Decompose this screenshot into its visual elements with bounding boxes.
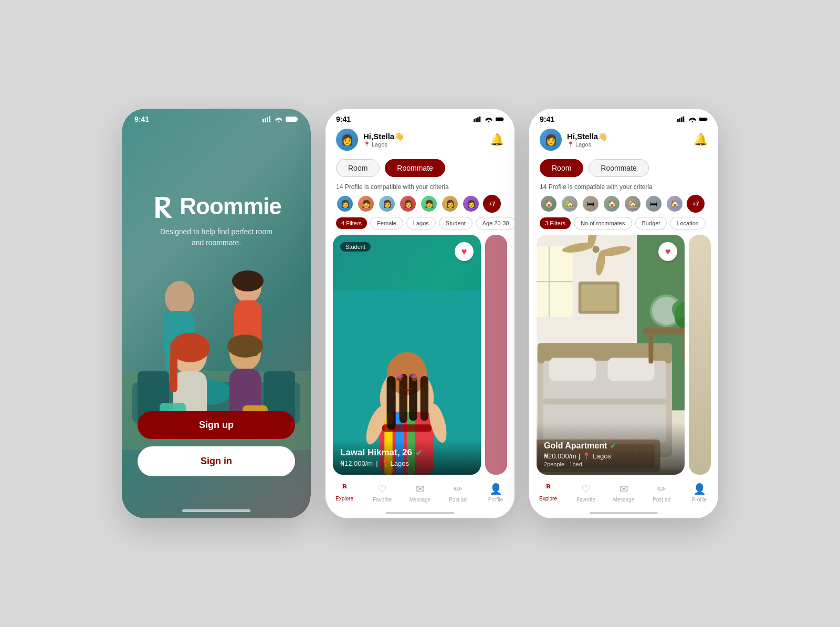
filter-female[interactable]: Female: [370, 217, 403, 229]
nav-post-3[interactable]: ✏ Post ad: [643, 480, 680, 505]
svg-rect-31: [477, 117, 479, 122]
svg-rect-23: [265, 118, 266, 122]
signup-button[interactable]: Sign up: [138, 411, 295, 439]
header-user-info-3: 👩 Hi,Stella👋 📍Lagos: [540, 129, 608, 151]
status-icons-2: [474, 116, 504, 122]
notification-bell-3[interactable]: 🔔: [694, 133, 708, 147]
filter-lagos[interactable]: Lagos: [406, 217, 436, 229]
nav-favorite-2[interactable]: ♡ Favorite: [363, 480, 401, 505]
svg-rect-88: [581, 285, 616, 311]
nav-message-2[interactable]: ✉ Message: [401, 480, 439, 505]
filter-count-3[interactable]: 3 Filters: [540, 217, 571, 229]
notification-bell-2[interactable]: 🔔: [490, 133, 504, 147]
avatar-row-3: 🏠 🏡 🛏 🏠 🏡 🛏 🏠 +7: [529, 195, 718, 217]
svg-rect-15: [170, 350, 177, 392]
signin-button[interactable]: Sign in: [138, 446, 295, 476]
explore-icon-3: ᴿ: [546, 483, 551, 494]
home-indicator: [182, 509, 250, 512]
roommate-card[interactable]: ♥ Student Lawal Hikmat, 26 ✔ ₦12,000/m: [333, 235, 481, 475]
tab-roommate-3[interactable]: Roommate: [589, 159, 648, 177]
like-button-2[interactable]: ♥: [455, 242, 474, 261]
svg-rect-76: [549, 358, 596, 381]
nav-profile-2[interactable]: 👤 Profile: [477, 480, 514, 505]
status-bar-3: 9:41: [529, 109, 718, 123]
roommate-price: ₦12,000/m | 📍 Lagos: [340, 459, 474, 467]
svg-point-33: [488, 121, 490, 123]
filter-row-3: 3 Filters No of roommates Budget Locatio…: [529, 217, 718, 235]
compatible-text-3: 14 Profile is compatible with your crite…: [529, 182, 718, 195]
svg-rect-55: [677, 119, 679, 122]
time-3: 9:41: [540, 115, 554, 123]
svg-rect-25: [269, 116, 270, 122]
nav-explore-2[interactable]: ᴿ Explore: [326, 480, 363, 505]
profile-icon-3: 👤: [693, 483, 706, 495]
svg-rect-27: [286, 117, 297, 122]
filter-count-2[interactable]: 4 Filters: [336, 217, 367, 229]
filter-roommates[interactable]: No of roommates: [574, 217, 632, 229]
message-icon-2: ✉: [416, 483, 425, 495]
svg-rect-28: [297, 118, 298, 121]
splash-status-icons: [262, 116, 298, 122]
home-indicator-2: [326, 508, 514, 518]
header-user-info: 👩 Hi,Stella👋 📍Lagos: [336, 129, 404, 151]
svg-rect-48: [399, 374, 407, 423]
svg-point-11: [232, 270, 264, 291]
room-card[interactable]: ♥ Gold Apartment ✔ ₦20,000/m | 📍: [537, 235, 685, 475]
tab-roommate-2[interactable]: Roommate: [385, 159, 445, 177]
room-name: Gold Apartment ✔: [544, 441, 677, 451]
compatible-text-2: 14 Profile is compatible with your crite…: [326, 182, 514, 195]
peek-card-2: [485, 235, 507, 475]
profile-av-4: 👩: [399, 195, 417, 213]
tab-buttons-2: Room Roommate: [326, 156, 514, 182]
room-av-7: 🏠: [666, 195, 684, 213]
cards-area-3: ♥ Gold Apartment ✔ ₦20,000/m | 📍: [529, 235, 718, 475]
like-button-3[interactable]: ♥: [658, 242, 677, 261]
nav-post-2[interactable]: ✏ Post ad: [439, 480, 477, 505]
svg-point-59: [692, 121, 694, 123]
post-icon-2: ✏: [454, 483, 463, 495]
room-av-1: 🏠: [540, 195, 558, 213]
filter-age[interactable]: Age 20-30: [476, 217, 514, 229]
tab-room-2[interactable]: Room: [336, 159, 380, 177]
room-av-6: 🛏: [645, 195, 663, 213]
svg-rect-34: [496, 118, 503, 121]
splash-status-bar: 9:41: [122, 109, 311, 123]
svg-rect-24: [267, 117, 268, 122]
bottom-nav-2: ᴿ Explore ♡ Favorite ✉ Message ✏ Post ad…: [326, 475, 514, 508]
splash-time: 9:41: [134, 115, 149, 123]
svg-rect-29: [474, 119, 475, 122]
roommate-phone: 9:41 👩 Hi,Stella👋: [326, 109, 514, 518]
app-header-2: 👩 Hi,Stella👋 📍Lagos 🔔: [326, 123, 514, 156]
profile-av-5: 👧: [420, 195, 438, 213]
filter-budget[interactable]: Budget: [635, 217, 667, 229]
room-details: 2people . 1bed: [544, 461, 677, 467]
svg-rect-22: [262, 119, 264, 122]
time-2: 9:41: [336, 115, 351, 123]
svg-point-68: [592, 246, 599, 253]
nav-favorite-3[interactable]: ♡ Favorite: [567, 480, 605, 505]
room-price: ₦20,000/m | 📍 Lagos: [544, 452, 677, 460]
svg-rect-35: [503, 118, 503, 120]
nav-message-3[interactable]: ✉ Message: [605, 480, 643, 505]
nav-explore-3[interactable]: ᴿ Explore: [529, 480, 567, 505]
svg-point-19: [227, 335, 263, 358]
svg-rect-50: [421, 376, 428, 421]
svg-rect-61: [707, 118, 707, 120]
logo-name: Roommie: [180, 195, 281, 218]
avatar-row-2: 👩 👧 👩 👩 👧 👩 👩 +7: [326, 195, 514, 217]
svg-point-53: [395, 374, 403, 379]
cards-area-2: ♥ Student Lawal Hikmat, 26 ✔ ₦12,000/m: [326, 235, 514, 475]
status-icons-3: [677, 116, 708, 122]
filter-student[interactable]: Student: [439, 217, 472, 229]
room-av-3: 🛏: [582, 195, 600, 213]
avatar-2: 👩: [336, 129, 358, 151]
svg-rect-86: [684, 334, 685, 363]
message-icon-3: ✉: [620, 483, 628, 495]
heart-nav-icon-2: ♡: [377, 483, 387, 495]
tab-room-3[interactable]: Room: [540, 159, 583, 177]
nav-profile-3[interactable]: 👤 Profile: [680, 480, 718, 505]
student-badge: Student: [340, 242, 371, 252]
svg-rect-85: [648, 334, 653, 363]
room-phone: 9:41 👩 Hi,Stella👋: [529, 109, 718, 518]
filter-location[interactable]: Location: [670, 217, 706, 229]
